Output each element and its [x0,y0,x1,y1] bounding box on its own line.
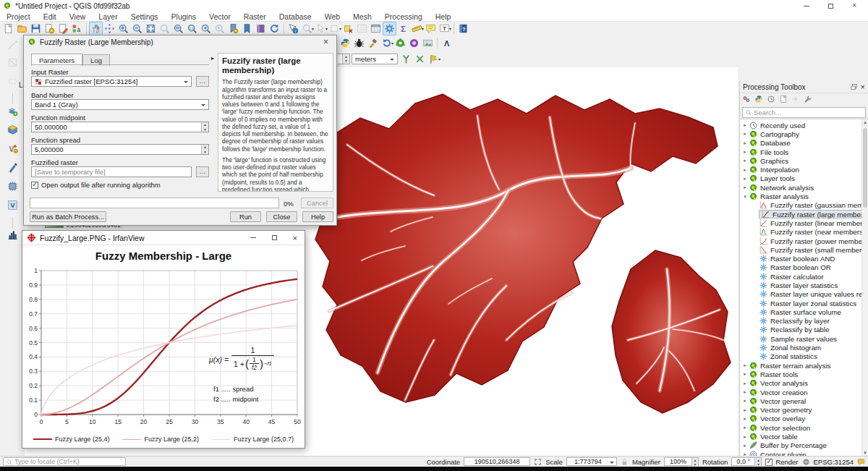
function-midpoint-input[interactable]: 50,000000 ▲▼ [31,122,209,132]
menu-settings[interactable]: Settings [124,12,165,21]
menu-raster[interactable]: Raster [237,12,273,21]
expander-icon[interactable]: ▸ [741,398,749,404]
toolbox-history-button[interactable] [766,94,778,106]
toolbox-item-raster-tools[interactable]: ▸Raster tools [740,370,868,378]
expander-icon[interactable]: ▸ [741,176,749,182]
minimize-button[interactable] [804,6,809,7]
menu-mesh[interactable]: Mesh [346,12,378,21]
toolbox-item-reclassify-by-layer[interactable]: Reclassify by layer [740,317,868,326]
toolbox-item-vector-general[interactable]: ▸Vector general [740,396,868,405]
toolbox-results-button[interactable] [778,94,790,106]
band-number-select[interactable]: Band 1 (Gray) [31,99,209,110]
iv-minimize-button[interactable] [250,237,256,238]
expander-icon[interactable]: ▸ [741,389,749,395]
toolbox-item-reclassify-by-table[interactable]: Reclassify by table [740,326,868,334]
output-file-input[interactable]: [Save to temporary file] [31,166,192,177]
toolbox-item-zonal-histogram[interactable]: Zonal histogram [740,343,868,352]
expander-icon[interactable]: ▸ [741,407,749,413]
toolbox-item-fuzzify-raster-large-membership[interactable]: Fuzzify raster (large membership) [740,210,868,218]
toolbox-item-raster-layer-statistics[interactable]: Raster layer statistics [740,281,868,289]
toolbox-item-layer-tools[interactable]: ▸Layer tools [740,174,868,183]
new-map-view-button[interactable] [254,22,268,35]
pan-map-button[interactable] [89,22,103,35]
cancel-button[interactable]: Cancel [301,198,333,208]
crs-globe-icon[interactable] [802,458,810,466]
render-checkbox[interactable]: Render [765,458,798,466]
crs-status[interactable]: EPSG:31254 [814,458,854,466]
expander-icon[interactable]: ▸ [741,381,749,386]
close-panel-icon[interactable]: × [861,82,865,91]
dialog-title-bar[interactable]: Fuzzify Raster (Large Membership) × [24,35,336,48]
run-button[interactable]: Run [230,211,261,222]
toolbox-item-fuzzify-raster-power-membership[interactable]: Fuzzify raster (power membership) [740,237,868,245]
toolbox-item-fuzzify-raster-small-membership[interactable]: Fuzzify raster (small membership) [740,245,868,254]
refresh-button[interactable] [268,22,281,35]
dropdown-caret-icon[interactable]: ▾ [438,56,441,61]
expander-icon[interactable]: ▸ [741,184,749,190]
magnifier-input[interactable]: 100%▲▼ [664,457,699,466]
menu-database[interactable]: Database [273,12,318,21]
toolbox-item-graphics[interactable]: ▸Graphics [740,156,868,165]
expander-icon[interactable]: ▸ [741,362,749,368]
help-button[interactable]: Help [302,211,333,222]
new-virtual-layer-button[interactable]: V [6,198,20,212]
statistics-panel-button[interactable]: Σ [396,22,410,35]
new-print-layout-button[interactable] [43,22,56,35]
function-spread-input[interactable]: 5,000000 ▲▼ [31,144,209,155]
new-geopackage-button[interactable] [6,123,20,137]
profile-tool-button[interactable]: Λ [440,36,454,50]
toolbox-item-cartography[interactable]: ▸Cartography [740,130,868,138]
osgeo-ring-button[interactable] [407,36,421,50]
debug-tools-button[interactable] [352,36,366,50]
toolbox-item-fuzzify-raster-near-membership[interactable]: Fuzzify raster (near membership) [740,228,868,237]
expander-icon[interactable]: ▾ [741,194,749,200]
expander-icon[interactable]: ▸ [741,425,749,430]
extents-icon[interactable] [534,458,542,466]
iv-close-button[interactable]: × [293,234,297,242]
new-project-button[interactable] [1,22,15,35]
run-as-batch-button[interactable]: Run as Batch Process... [30,211,106,222]
processing-toolbox-button[interactable] [383,22,396,35]
menu-edit[interactable]: Edit [37,12,63,21]
open-output-checkbox[interactable]: Open output file after running algorithm [31,181,161,189]
expander-icon[interactable]: ▸ [741,434,749,440]
expander-icon[interactable]: ▸ [741,167,749,173]
toolbox-item-sample-raster-values[interactable]: Sample raster values [740,334,868,343]
toolbox-item-fuzzify-raster-linear-membership[interactable]: Fuzzify raster (linear membership) [740,218,868,227]
toolbox-item-raster-layer-zonal-statistics[interactable]: Raster layer zonal statistics [740,299,868,307]
toolbox-item-raster-calculator[interactable]: Raster calculator [740,272,868,281]
zoom-last-button[interactable] [199,22,213,35]
checkbox-checked-icon[interactable] [31,182,38,189]
toolbox-item-vector-geometry[interactable]: ▸Vector geometry [740,406,868,415]
toolbox-item-raster-boolean-or[interactable]: Raster boolean OR [740,263,868,272]
zoom-in-button[interactable] [116,22,130,35]
tracing-x-button[interactable] [413,52,427,66]
toolbox-item-vector-overlay[interactable]: ▸Vector overlay [740,415,868,423]
lock-icon[interactable] [621,458,629,466]
toolbox-options-button[interactable] [803,94,814,106]
toolbox-item-vector-creation[interactable]: ▸Vector creation [740,388,868,396]
expander-icon[interactable]: ▸ [741,443,749,449]
toolbox-item-vector-analysis[interactable]: ▸Vector analysis [740,379,868,388]
expander-icon[interactable]: ▸ [741,149,749,155]
toolbox-item-file-tools[interactable]: ▸File tools [740,148,868,156]
coordinate-input[interactable]: 190510,266348 [464,457,530,466]
irfanview-title-bar[interactable]: Fuzzify_Large.PNG - IrfanView × [22,231,305,245]
show-bookmarks-button[interactable] [240,22,254,35]
dialog-close-icon[interactable]: × [319,37,333,47]
map-tips-button[interactable] [424,22,438,35]
menu-vector[interactable]: Vector [203,12,237,21]
new-mesh-button[interactable] [6,179,20,193]
toolbox-item-raster-layer-unique-values-report[interactable]: Raster layer unique values report [740,290,868,299]
expander-icon[interactable]: ▸ [741,131,749,137]
input-raster-browse-button[interactable]: … [196,76,209,87]
deselect-features-button[interactable] [341,22,355,35]
style-manager-button[interactable]: a [70,22,84,35]
toolbox-item-database[interactable]: ▸Database [740,139,868,148]
layout-manager-button[interactable] [56,22,70,35]
python-console-button[interactable] [339,36,352,50]
toolbox-item-network-analysis[interactable]: ▸Network analysis [740,183,868,192]
maximize-button[interactable] [828,4,833,9]
toolbox-item-raster-terrain-analysis[interactable]: ▸Raster terrain analysis [740,361,868,370]
close-dialog-button[interactable]: Close [266,211,297,222]
